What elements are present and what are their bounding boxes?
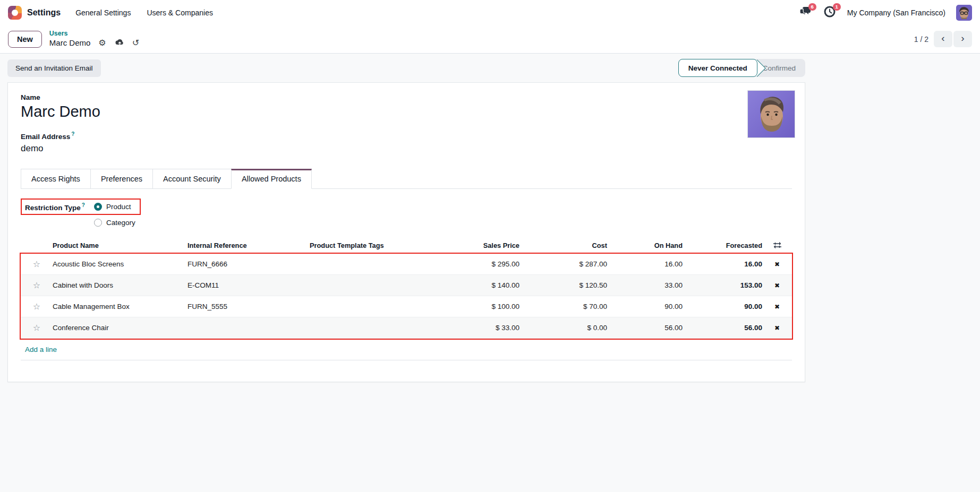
- odoo-logo-icon: [8, 6, 22, 20]
- discard-undo-icon[interactable]: ↺: [132, 39, 139, 47]
- header-sales-price[interactable]: Sales Price: [434, 241, 519, 249]
- menu-users-companies[interactable]: Users & Companies: [146, 5, 214, 20]
- restriction-type-highlight: Restriction Type? Product: [21, 198, 141, 215]
- messages-button[interactable]: 6: [798, 6, 812, 19]
- cell-on-hand: 16.00: [607, 260, 683, 268]
- header-product-template-tags[interactable]: Product Template Tags: [310, 241, 434, 249]
- delete-row-icon[interactable]: ✖: [762, 261, 792, 268]
- menu-general-settings[interactable]: General Settings: [74, 5, 132, 20]
- cell-sales-price: $ 295.00: [434, 260, 519, 268]
- cell-internal-reference: FURN_5555: [188, 303, 310, 310]
- pager-previous-button[interactable]: ‹: [934, 31, 952, 47]
- header-cost[interactable]: Cost: [519, 241, 607, 249]
- radio-category-label[interactable]: Category: [106, 219, 135, 227]
- control-panel: New Users Marc Demo ⚙ ↺ 1 / 2 ‹ ›: [0, 25, 980, 53]
- record-name[interactable]: Marc Demo: [21, 103, 792, 120]
- cell-sales-price: $ 33.00: [434, 324, 519, 332]
- product-rows-highlight: ☆ Acoustic Bloc Screens FURN_6666 $ 295.…: [21, 254, 792, 339]
- radio-product-label[interactable]: Product: [106, 203, 131, 211]
- table-row[interactable]: ☆ Cable Management Box FURN_5555 $ 100.0…: [21, 296, 792, 317]
- cell-cost: $ 70.00: [519, 303, 607, 310]
- restriction-type-label: Restriction Type?: [25, 202, 94, 212]
- cell-forecasted: 153.00: [683, 281, 762, 289]
- cell-product-name: Conference Chair: [53, 324, 188, 332]
- cell-sales-price: $ 140.00: [434, 281, 519, 289]
- cell-forecasted: 90.00: [683, 303, 762, 310]
- allowed-products-pane: Restriction Type? Product Category Produ…: [21, 189, 792, 361]
- statusbar: Never Connected Confirmed: [678, 59, 805, 77]
- status-never-connected[interactable]: Never Connected: [678, 59, 757, 77]
- tab-account-security[interactable]: Account Security: [152, 169, 232, 188]
- pager-next-button[interactable]: ›: [953, 31, 972, 47]
- cell-forecasted: 16.00: [683, 260, 762, 268]
- cell-cost: $ 287.00: [519, 260, 607, 268]
- cell-product-name: Cabinet with Doors: [53, 281, 188, 289]
- form-statusbar-row: Send an Invitation Email Never Connected…: [7, 58, 805, 77]
- cell-internal-reference: FURN_6666: [188, 260, 310, 268]
- add-a-line-link[interactable]: Add a line: [25, 346, 57, 353]
- radio-category[interactable]: [94, 219, 102, 227]
- user-avatar[interactable]: [956, 5, 972, 21]
- gear-icon[interactable]: ⚙: [98, 39, 106, 47]
- navbar: Settings General Settings Users & Compan…: [0, 0, 980, 25]
- navbar-systray: 6 1 My Company (San Francisco): [798, 5, 972, 21]
- cell-on-hand: 33.00: [607, 281, 683, 289]
- send-invitation-email-button[interactable]: Send an Invitation Email: [7, 59, 101, 77]
- form-sheet: Name Marc Demo Email Address? demo Acces…: [7, 82, 805, 382]
- restriction-help-icon: ?: [82, 202, 85, 208]
- name-label: Name: [21, 93, 792, 101]
- table-row[interactable]: ☆ Conference Chair $ 33.00 $ 0.00 56.00 …: [21, 317, 792, 339]
- delete-row-icon[interactable]: ✖: [762, 303, 792, 310]
- activities-button[interactable]: 1: [823, 6, 837, 19]
- cell-on-hand: 56.00: [607, 324, 683, 332]
- favorite-star-icon[interactable]: ☆: [21, 259, 53, 269]
- cell-forecasted: 56.00: [683, 324, 762, 332]
- add-line-row: Add a line: [21, 339, 792, 360]
- table-row[interactable]: ☆ Acoustic Bloc Screens FURN_6666 $ 295.…: [21, 254, 792, 275]
- cell-cost: $ 120.50: [519, 281, 607, 289]
- email-help-icon: ?: [71, 131, 74, 137]
- breadcrumb-current: Marc Demo: [49, 38, 91, 48]
- pager-value: 1 / 2: [914, 35, 928, 44]
- header-product-name[interactable]: Product Name: [53, 241, 188, 249]
- header-on-hand[interactable]: On Hand: [607, 241, 683, 249]
- cloud-save-icon[interactable]: [114, 38, 124, 48]
- header-internal-reference[interactable]: Internal Reference: [188, 241, 310, 249]
- tab-access-rights[interactable]: Access Rights: [21, 169, 91, 188]
- delete-row-icon[interactable]: ✖: [762, 282, 792, 289]
- email-label: Email Address?: [21, 131, 792, 141]
- pager: 1 / 2 ‹ ›: [914, 31, 972, 47]
- breadcrumb-users-link[interactable]: Users: [49, 30, 139, 38]
- company-switcher[interactable]: My Company (San Francisco): [847, 8, 945, 17]
- tab-preferences[interactable]: Preferences: [90, 169, 153, 188]
- favorite-star-icon[interactable]: ☆: [21, 280, 53, 290]
- cell-product-name: Cable Management Box: [53, 303, 188, 310]
- delete-row-icon[interactable]: ✖: [762, 324, 792, 332]
- header-forecasted[interactable]: Forecasted: [683, 241, 762, 249]
- product-table-header: Product Name Internal Reference Product …: [21, 237, 792, 254]
- messages-badge: 6: [808, 3, 816, 11]
- cell-product-name: Acoustic Bloc Screens: [53, 260, 188, 268]
- breadcrumb: Users Marc Demo ⚙ ↺: [49, 30, 139, 48]
- cell-on-hand: 90.00: [607, 303, 683, 310]
- tab-allowed-products[interactable]: Allowed Products: [231, 169, 312, 189]
- email-value[interactable]: demo: [21, 143, 792, 154]
- cell-cost: $ 0.00: [519, 324, 607, 332]
- activities-badge: 1: [833, 3, 841, 11]
- cell-sales-price: $ 100.00: [434, 303, 519, 310]
- app-name[interactable]: Settings: [27, 8, 61, 18]
- favorite-star-icon[interactable]: ☆: [21, 323, 53, 333]
- favorite-star-icon[interactable]: ☆: [21, 301, 53, 312]
- notebook-tabs: Access Rights Preferences Account Securi…: [21, 169, 792, 189]
- radio-product[interactable]: [94, 203, 102, 211]
- optional-columns-icon[interactable]: [762, 241, 792, 249]
- profile-image[interactable]: [747, 90, 795, 138]
- new-button[interactable]: New: [8, 31, 42, 48]
- cell-internal-reference: E-COM11: [188, 281, 310, 289]
- app-menu-toggle[interactable]: Settings: [8, 6, 61, 20]
- top-header: Settings General Settings Users & Compan…: [0, 0, 980, 54]
- table-row[interactable]: ☆ Cabinet with Doors E-COM11 $ 140.00 $ …: [21, 275, 792, 296]
